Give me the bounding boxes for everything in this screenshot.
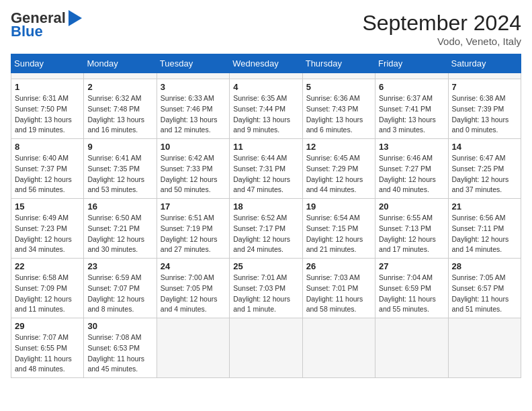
day-number: 8 [15,142,80,152]
table-row [448,73,521,79]
day-number: 16 [87,201,152,212]
day-info: Sunrise: 6:41 AMSunset: 7:35 PMDaylight:… [87,153,152,195]
table-row: 28Sunrise: 7:05 AMSunset: 6:57 PMDayligh… [448,259,521,318]
day-info: Sunrise: 7:05 AMSunset: 6:57 PMDaylight:… [452,273,517,315]
day-info: Sunrise: 6:44 AMSunset: 7:31 PMDaylight:… [233,153,298,195]
col-wednesday: Wednesday [230,54,302,73]
col-tuesday: Tuesday [157,54,229,73]
table-row: 5Sunrise: 6:36 AMSunset: 7:43 PMDaylight… [302,79,375,139]
day-info: Sunrise: 6:42 AMSunset: 7:33 PMDaylight:… [161,153,226,195]
day-number: 2 [87,82,152,92]
day-number: 20 [379,201,444,212]
day-number: 6 [379,82,444,92]
day-info: Sunrise: 6:59 AMSunset: 7:07 PMDaylight:… [87,273,152,315]
day-number: 4 [233,82,298,92]
day-info: Sunrise: 6:35 AMSunset: 7:44 PMDaylight:… [233,93,298,136]
table-row: 14Sunrise: 6:47 AMSunset: 7:25 PMDayligh… [448,139,521,199]
day-info: Sunrise: 6:36 AMSunset: 7:43 PMDaylight:… [306,93,371,136]
day-number: 23 [87,261,152,271]
day-info: Sunrise: 6:49 AMSunset: 7:23 PMDaylight:… [15,213,80,255]
day-info: Sunrise: 7:00 AMSunset: 7:05 PMDaylight:… [161,273,226,315]
table-row: 3Sunrise: 6:33 AMSunset: 7:46 PMDaylight… [157,79,229,139]
table-row [375,73,448,79]
day-number: 19 [306,201,371,212]
table-row: 29Sunrise: 7:07 AMSunset: 6:55 PMDayligh… [11,318,84,378]
calendar-week-row: 8Sunrise: 6:40 AMSunset: 7:37 PMDaylight… [11,139,521,199]
page-header: General Blue September 2024 Vodo, Veneto… [11,11,521,47]
day-info: Sunrise: 6:58 AMSunset: 7:09 PMDaylight:… [15,273,80,315]
day-info: Sunrise: 7:08 AMSunset: 6:53 PMDaylight:… [87,332,152,375]
table-row: 2Sunrise: 6:32 AMSunset: 7:48 PMDaylight… [84,79,157,139]
table-row [302,73,375,79]
calendar-header-row: Sunday Monday Tuesday Wednesday Thursday… [11,54,521,73]
logo-blue: Blue [11,24,43,39]
table-row: 20Sunrise: 6:55 AMSunset: 7:13 PMDayligh… [375,199,448,259]
col-friday: Friday [375,54,448,73]
day-info: Sunrise: 6:38 AMSunset: 7:39 PMDaylight:… [452,93,517,136]
table-row: 17Sunrise: 6:51 AMSunset: 7:19 PMDayligh… [157,199,229,259]
day-number: 28 [452,261,517,271]
calendar-week-row: 15Sunrise: 6:49 AMSunset: 7:23 PMDayligh… [11,199,521,259]
day-info: Sunrise: 6:32 AMSunset: 7:48 PMDaylight:… [87,93,152,136]
col-saturday: Saturday [448,54,521,73]
table-row: 13Sunrise: 6:46 AMSunset: 7:27 PMDayligh… [375,139,448,199]
table-row: 30Sunrise: 7:08 AMSunset: 6:53 PMDayligh… [84,318,157,378]
day-info: Sunrise: 6:46 AMSunset: 7:27 PMDaylight:… [379,153,444,195]
day-info: Sunrise: 6:54 AMSunset: 7:15 PMDaylight:… [306,213,371,255]
table-row: 9Sunrise: 6:41 AMSunset: 7:35 PMDaylight… [84,139,157,199]
table-row: 24Sunrise: 7:00 AMSunset: 7:05 PMDayligh… [157,259,229,318]
day-number: 24 [161,261,226,271]
logo-triangle-icon [69,10,82,26]
table-row: 8Sunrise: 6:40 AMSunset: 7:37 PMDaylight… [11,139,84,199]
table-row [302,318,375,378]
calendar-week-row: 22Sunrise: 6:58 AMSunset: 7:09 PMDayligh… [11,259,521,318]
day-info: Sunrise: 7:04 AMSunset: 6:59 PMDaylight:… [379,273,444,315]
day-number: 14 [452,142,517,152]
table-row [375,318,448,378]
day-number: 3 [161,82,226,92]
day-number: 5 [306,82,371,92]
day-info: Sunrise: 6:50 AMSunset: 7:21 PMDaylight:… [87,213,152,255]
day-info: Sunrise: 6:55 AMSunset: 7:13 PMDaylight:… [379,213,444,255]
col-thursday: Thursday [302,54,375,73]
day-info: Sunrise: 7:03 AMSunset: 7:01 PMDaylight:… [306,273,371,315]
day-number: 10 [161,142,226,152]
table-row [230,318,302,378]
logo: General Blue [11,11,83,39]
table-row: 26Sunrise: 7:03 AMSunset: 7:01 PMDayligh… [302,259,375,318]
day-number: 12 [306,142,371,152]
day-info: Sunrise: 6:45 AMSunset: 7:29 PMDaylight:… [306,153,371,195]
table-row: 22Sunrise: 6:58 AMSunset: 7:09 PMDayligh… [11,259,84,318]
day-info: Sunrise: 6:47 AMSunset: 7:25 PMDaylight:… [452,153,517,195]
table-row: 7Sunrise: 6:38 AMSunset: 7:39 PMDaylight… [448,79,521,139]
day-number: 27 [379,261,444,271]
table-row: 4Sunrise: 6:35 AMSunset: 7:44 PMDaylight… [230,79,302,139]
table-row: 11Sunrise: 6:44 AMSunset: 7:31 PMDayligh… [230,139,302,199]
title-block: September 2024 Vodo, Veneto, Italy [362,11,521,47]
calendar-week-row: 29Sunrise: 7:07 AMSunset: 6:55 PMDayligh… [11,318,521,378]
calendar-week-row: 1Sunrise: 6:31 AMSunset: 7:50 PMDaylight… [11,79,521,139]
table-row: 23Sunrise: 6:59 AMSunset: 7:07 PMDayligh… [84,259,157,318]
table-row: 16Sunrise: 6:50 AMSunset: 7:21 PMDayligh… [84,199,157,259]
day-info: Sunrise: 6:40 AMSunset: 7:37 PMDaylight:… [15,153,80,195]
table-row: 12Sunrise: 6:45 AMSunset: 7:29 PMDayligh… [302,139,375,199]
day-number: 7 [452,82,517,92]
col-sunday: Sunday [11,54,84,73]
day-info: Sunrise: 7:07 AMSunset: 6:55 PMDaylight:… [15,332,80,375]
table-row [84,73,157,79]
day-number: 21 [452,201,517,212]
month-title: September 2024 [362,11,521,36]
col-monday: Monday [84,54,157,73]
day-number: 22 [15,261,80,271]
table-row: 21Sunrise: 6:56 AMSunset: 7:11 PMDayligh… [448,199,521,259]
day-number: 25 [233,261,298,271]
day-number: 13 [379,142,444,152]
day-number: 29 [15,321,80,331]
day-number: 9 [87,142,152,152]
table-row [448,318,521,378]
table-row: 18Sunrise: 6:52 AMSunset: 7:17 PMDayligh… [230,199,302,259]
day-info: Sunrise: 6:51 AMSunset: 7:19 PMDaylight:… [161,213,226,255]
table-row [157,318,229,378]
table-row: 1Sunrise: 6:31 AMSunset: 7:50 PMDaylight… [11,79,84,139]
day-info: Sunrise: 6:56 AMSunset: 7:11 PMDaylight:… [452,213,517,255]
